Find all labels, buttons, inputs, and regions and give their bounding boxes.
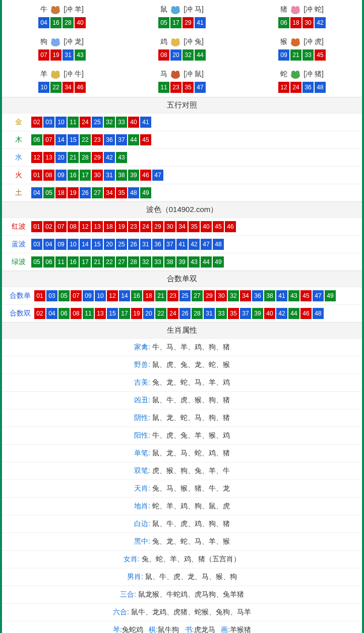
- attr-val: 鼠、龙、蛇、马、狗、猪: [152, 413, 230, 421]
- num-ball: 18: [290, 17, 301, 28]
- svg-point-8: [295, 6, 299, 10]
- attr-key: 黑中:: [134, 537, 150, 545]
- zodiac-balls: 08203244: [122, 49, 242, 61]
- row-label: 合数双: [6, 309, 34, 318]
- data-row: 木 06071415222336374445: [2, 131, 362, 148]
- num-ball: 43: [116, 152, 127, 163]
- num-ball: 04: [31, 187, 42, 198]
- attr-row: 单笔: 鼠、龙、马、蛇、鸡、猪: [2, 444, 362, 462]
- num-ball: 05: [31, 256, 42, 268]
- num-ball: 16: [68, 170, 79, 181]
- num-ball: 24: [140, 221, 151, 232]
- zodiac-cell: 鼠[冲 马] 05172941: [122, 4, 242, 28]
- attr-row: 天肖: 兔、马、猴、猪、牛、龙: [2, 480, 362, 497]
- data-row: 蓝波 03040910141520252631363741424748: [2, 235, 362, 253]
- row-label: 金: [6, 118, 31, 127]
- zodiac-title: 蛇[冲 猪]: [242, 69, 362, 80]
- attr-val: 鼠、龙、马、蛇、鸡、猪: [152, 449, 230, 457]
- num-ball: 07: [38, 49, 49, 61]
- num-ball: 08: [71, 308, 82, 319]
- zodiac-name: 牛: [40, 5, 47, 14]
- num-ball: 11: [83, 308, 94, 319]
- num-ball: 29: [92, 152, 103, 163]
- row-label: 合数单: [6, 291, 34, 300]
- row-balls: 1213202128294243: [31, 152, 127, 163]
- zodiac-chong: [冲 牛]: [64, 70, 84, 79]
- zodiac-chong: [冲 虎]: [304, 37, 324, 46]
- row-balls: 06071415222336374445: [31, 134, 151, 145]
- row-label: 蓝波: [6, 240, 31, 249]
- zodiac-icon: [48, 4, 63, 15]
- num-ball: 02: [34, 308, 45, 319]
- num-ball: 39: [252, 308, 263, 319]
- svg-point-19: [51, 71, 55, 75]
- shu-v: 虎龙马: [194, 625, 215, 633]
- num-ball: 38: [116, 170, 127, 181]
- num-ball: 03: [46, 290, 57, 301]
- row-balls: 03040910141520252631363741424748: [31, 239, 224, 250]
- row-label: 土: [6, 188, 31, 197]
- num-ball: 12: [31, 152, 42, 163]
- num-ball: 14: [80, 239, 91, 250]
- num-ball: 12: [107, 290, 118, 301]
- num-ball: 08: [43, 170, 54, 181]
- num-ball: 36: [302, 82, 314, 93]
- num-ball: 35: [189, 221, 200, 232]
- zodiac-cell: 猴[冲 虎] 09213345: [242, 36, 362, 61]
- num-ball: 35: [228, 308, 239, 319]
- attr-row: 吉美: 兔、龙、蛇、马、羊、鸡: [2, 374, 362, 391]
- num-ball: 07: [43, 134, 54, 145]
- svg-point-16: [291, 38, 295, 42]
- zodiac-name: 鼠: [160, 5, 167, 14]
- svg-point-2: [55, 6, 59, 10]
- num-ball: 28: [80, 152, 91, 163]
- row-balls: 0103050709101214161821232527293032343638…: [34, 290, 336, 301]
- attr-key: 男肖:: [127, 572, 143, 581]
- attr-key: 地肖:: [134, 502, 150, 510]
- zodiac-cell: 狗[冲 龙] 07193143: [2, 36, 122, 61]
- row-label: 火: [6, 171, 31, 180]
- num-ball: 44: [128, 134, 139, 145]
- attr-val: 蛇、羊、鸡、狗、鼠、虎: [152, 502, 230, 510]
- zodiac-balls: 05172941: [122, 17, 242, 28]
- zodiac-row: 羊[冲 牛] 10223446 马[冲 鼠] 11233547 蛇[冲 猪] 1…: [2, 65, 362, 97]
- shu-k: 书:: [185, 625, 194, 633]
- num-ball: 37: [116, 134, 127, 145]
- zodiac-icon: [288, 36, 302, 47]
- zodiac-cell: 鸡[冲 兔] 08203244: [122, 36, 242, 61]
- num-ball: 33: [302, 49, 314, 61]
- page: 牛[冲 羊] 04162840 鼠[冲 马] 05172941 猪[冲 蛇] 0…: [0, 0, 364, 633]
- attr-val: 鼠龙猴、牛蛇鸡、虎马狗、兔羊猪: [138, 590, 244, 598]
- num-ball: 20: [143, 308, 154, 319]
- svg-point-23: [175, 71, 179, 75]
- data-row: 水 1213202128294243: [2, 148, 362, 166]
- attr-row: 阴性: 鼠、龙、蛇、马、狗、猪: [2, 409, 362, 427]
- num-ball: 01: [31, 170, 42, 181]
- zodiac-name: 蛇: [280, 70, 287, 79]
- num-ball: 34: [104, 187, 115, 198]
- attr-val: 虎、猴、狗、兔、羊、牛: [152, 466, 230, 474]
- zodiac-name: 马: [160, 70, 167, 79]
- zodiac-grid: 牛[冲 羊] 04162840 鼠[冲 马] 05172941 猪[冲 蛇] 0…: [2, 0, 362, 97]
- row-balls: 04051819262734354849: [31, 187, 151, 198]
- num-ball: 34: [63, 82, 74, 93]
- zodiac-balls: 09213345: [242, 49, 362, 61]
- zodiac-chong: [冲 蛇]: [304, 5, 324, 14]
- attr-row: 白边: 鼠、牛、虎、鸡、狗、猪: [2, 515, 362, 533]
- zodiac-title: 狗[冲 龙]: [2, 36, 122, 47]
- num-ball: 17: [170, 17, 181, 28]
- zodiac-name: 鸡: [160, 37, 167, 46]
- num-ball: 33: [116, 117, 127, 128]
- num-ball: 19: [131, 308, 142, 319]
- num-ball: 25: [92, 117, 103, 128]
- num-ball: 26: [128, 239, 139, 250]
- zodiac-cell: 蛇[冲 猪] 12243648: [242, 69, 362, 93]
- num-ball: 43: [75, 49, 86, 61]
- zodiac-chong: [冲 猪]: [304, 70, 324, 79]
- data-row: 绿波 05061116172122272832333839434449: [2, 253, 362, 271]
- num-ball: 46: [300, 308, 312, 319]
- num-ball: 12: [278, 82, 289, 93]
- num-ball: 32: [228, 290, 239, 301]
- num-ball: 25: [179, 290, 191, 301]
- zodiac-icon: [168, 36, 183, 47]
